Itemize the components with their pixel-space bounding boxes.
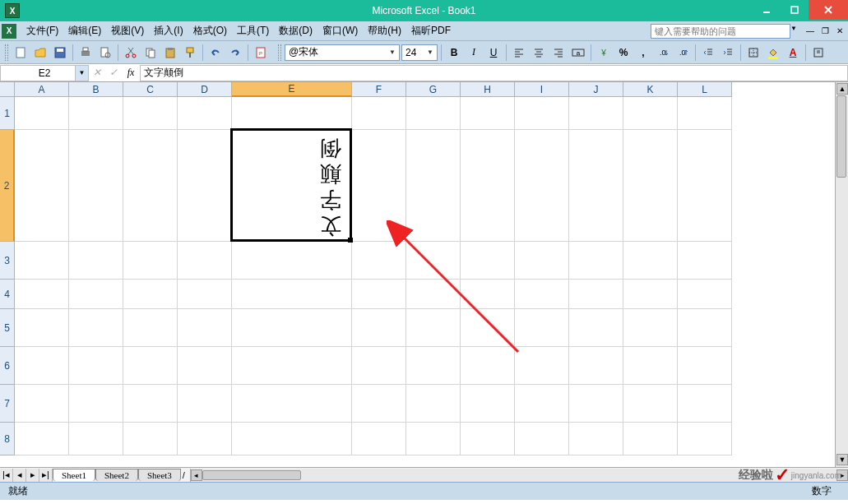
cell[interactable] (123, 385, 178, 423)
save-button[interactable] (51, 44, 69, 62)
cell[interactable] (623, 423, 678, 455)
cell[interactable] (515, 347, 569, 385)
formula-bar[interactable]: 文字颠倒 (140, 65, 848, 81)
menu-item[interactable]: 窗口(W) (317, 22, 363, 39)
align-right-button[interactable] (549, 44, 568, 62)
menu-item[interactable]: 格式(O) (188, 22, 232, 39)
cell[interactable] (678, 97, 732, 130)
merge-center-button[interactable]: a (569, 44, 587, 62)
font-name-select[interactable]: @宋体 ▼ (285, 44, 400, 61)
cell[interactable] (678, 347, 732, 385)
cell[interactable] (15, 309, 69, 347)
cell[interactable] (15, 385, 69, 423)
row-header[interactable]: 2 (0, 130, 15, 242)
row-header[interactable]: 7 (0, 385, 15, 423)
cell[interactable] (123, 309, 178, 347)
cell[interactable] (232, 385, 352, 423)
cell[interactable] (623, 130, 678, 242)
cell[interactable] (232, 347, 352, 385)
cell[interactable] (69, 309, 123, 347)
cell[interactable] (461, 347, 515, 385)
cell[interactable] (515, 242, 569, 280)
cell[interactable] (678, 130, 732, 242)
format-painter-button[interactable] (181, 44, 199, 62)
mdi-minimize-button[interactable]: — (804, 25, 817, 38)
cell[interactable] (178, 130, 232, 242)
cell[interactable] (352, 97, 406, 130)
cell[interactable] (178, 309, 232, 347)
cell[interactable] (461, 423, 515, 455)
cell[interactable] (69, 242, 123, 280)
scroll-left-icon[interactable]: ◂ (191, 469, 202, 481)
cell[interactable] (232, 97, 352, 130)
underline-button[interactable]: U (484, 44, 503, 62)
maximize-button[interactable] (781, 0, 809, 20)
borders-button[interactable] (744, 44, 762, 62)
scroll-up-icon[interactable]: ▲ (836, 83, 848, 95)
sheet-tab[interactable]: Sheet3 (138, 469, 181, 481)
scroll-thumb[interactable] (836, 95, 846, 178)
cell[interactable] (69, 97, 123, 130)
cell[interactable] (123, 242, 178, 280)
vertical-scrollbar[interactable]: ▲ ▼ (835, 82, 848, 467)
cell[interactable] (15, 280, 69, 309)
menu-item[interactable]: 视图(V) (106, 22, 149, 39)
cell[interactable] (678, 423, 732, 455)
cell[interactable] (15, 423, 69, 455)
cell[interactable] (406, 130, 461, 242)
row-header[interactable]: 6 (0, 347, 15, 385)
undo-button[interactable] (206, 44, 225, 62)
toolbar-grip-icon[interactable] (278, 44, 281, 61)
cell[interactable] (178, 280, 232, 309)
cell[interactable] (461, 242, 515, 280)
cell[interactable] (515, 423, 569, 455)
fx-icon[interactable]: fx (122, 67, 140, 79)
namebox-dropdown-icon[interactable]: ▼ (75, 66, 88, 81)
cell[interactable] (69, 347, 123, 385)
column-header[interactable]: B (69, 82, 123, 97)
cell[interactable] (232, 309, 352, 347)
menu-item[interactable]: 文件(F) (21, 22, 63, 39)
align-center-button[interactable] (530, 44, 548, 62)
cell[interactable] (406, 385, 461, 423)
cell[interactable] (123, 423, 178, 455)
cell[interactable] (352, 309, 406, 347)
italic-button[interactable]: I (465, 44, 483, 62)
cell[interactable] (232, 423, 352, 455)
comma-button[interactable]: , (634, 44, 652, 62)
cell[interactable] (123, 347, 178, 385)
app-icon[interactable]: X (2, 24, 16, 39)
font-color-button[interactable]: A (784, 44, 802, 62)
column-header[interactable]: K (623, 82, 678, 97)
menu-item[interactable]: 帮助(H) (363, 22, 406, 39)
scroll-down-icon[interactable]: ▼ (836, 454, 848, 465)
close-button[interactable] (809, 0, 848, 20)
cell[interactable] (352, 130, 406, 242)
cell[interactable] (569, 130, 623, 242)
increase-indent-button[interactable] (719, 44, 737, 62)
cell[interactable] (678, 242, 732, 280)
cell[interactable] (69, 385, 123, 423)
cell[interactable] (569, 385, 623, 423)
cell[interactable] (623, 309, 678, 347)
column-header[interactable]: J (569, 82, 623, 97)
toolbar-grip-icon[interactable] (5, 44, 8, 61)
toolbar-options-button[interactable] (809, 44, 827, 62)
cell[interactable] (461, 309, 515, 347)
cell[interactable] (569, 280, 623, 309)
cell[interactable] (569, 97, 623, 130)
cell[interactable] (352, 423, 406, 455)
menu-item[interactable]: 工具(T) (232, 22, 274, 39)
mdi-restore-button[interactable]: ❐ (818, 25, 832, 38)
cell[interactable] (15, 242, 69, 280)
row-header[interactable]: 4 (0, 280, 15, 309)
cell[interactable] (178, 97, 232, 130)
active-cell[interactable]: 倒颠字文 (230, 128, 352, 242)
cell[interactable] (69, 423, 123, 455)
menu-item[interactable]: 插入(I) (149, 22, 188, 39)
cell[interactable] (123, 280, 178, 309)
cell[interactable] (569, 347, 623, 385)
minimize-button[interactable] (753, 0, 781, 20)
cell[interactable] (178, 423, 232, 455)
cell[interactable] (15, 347, 69, 385)
